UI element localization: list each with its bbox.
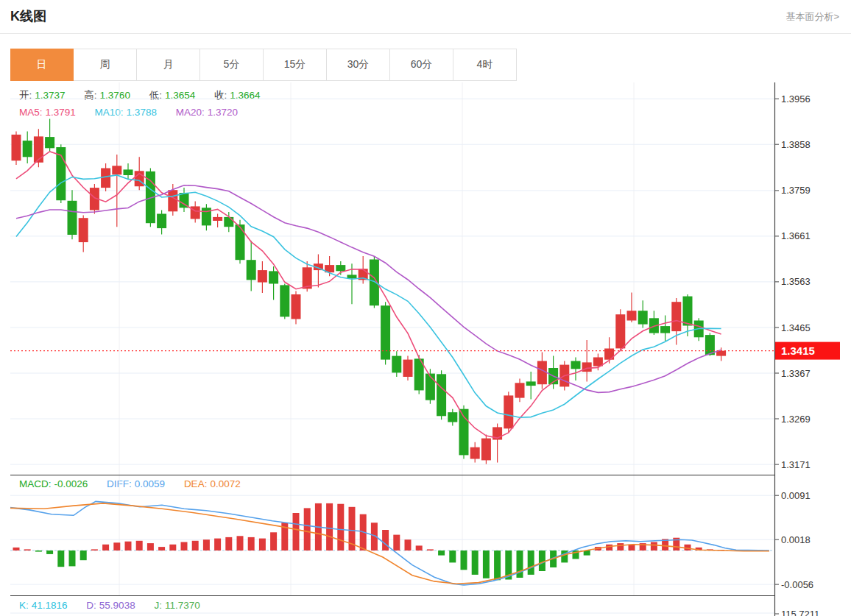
tab-4hour[interactable]: 4时 — [453, 49, 516, 80]
svg-text:1.3563: 1.3563 — [781, 276, 811, 287]
ma20-line — [16, 185, 721, 393]
ma5-line — [16, 152, 721, 438]
price-axis-ticks: 1.39561.38581.37591.36611.35631.34651.33… — [774, 93, 811, 470]
svg-text:0.0091: 0.0091 — [781, 490, 811, 501]
macd-axis-ticks: 0.00910.0018-0.0056 — [774, 490, 813, 590]
svg-text:1.3759: 1.3759 — [781, 185, 811, 196]
current-price-badge: 1.3415 — [775, 342, 840, 360]
fundamental-analysis-link[interactable]: 基本面分析> — [785, 10, 839, 24]
svg-text:-0.0056: -0.0056 — [781, 579, 813, 590]
tab-day[interactable]: 日 — [10, 49, 74, 81]
svg-text:1.3956: 1.3956 — [781, 93, 811, 105]
interval-tabbar: 日周月5分15分30分60分4时 — [10, 49, 517, 81]
svg-text:1.3415: 1.3415 — [781, 344, 815, 357]
pane-separators — [10, 475, 774, 596]
svg-text:1.3367: 1.3367 — [781, 368, 811, 379]
candlestick-series — [12, 118, 727, 464]
header-divider — [0, 33, 851, 34]
svg-text:1.3858: 1.3858 — [781, 139, 811, 150]
tab-5min[interactable]: 5分 — [200, 49, 264, 80]
svg-text:1.3171: 1.3171 — [781, 459, 811, 470]
tab-week[interactable]: 周 — [74, 49, 137, 80]
page-title: K线图 — [10, 7, 46, 25]
tab-60min[interactable]: 60分 — [390, 49, 453, 80]
tab-month[interactable]: 月 — [137, 49, 200, 80]
svg-text:0.0018: 0.0018 — [781, 534, 811, 545]
svg-text:115.7211: 115.7211 — [781, 609, 819, 616]
gridlines — [10, 82, 774, 613]
svg-text:1.3661: 1.3661 — [781, 230, 811, 241]
tab-30min[interactable]: 30分 — [327, 49, 390, 80]
kdj-axis-ticks: 115.7211 — [774, 609, 819, 616]
tab-15min[interactable]: 15分 — [264, 49, 327, 80]
ma10-line — [16, 175, 721, 417]
svg-text:1.3465: 1.3465 — [781, 322, 811, 333]
kline-chart-canvas[interactable]: 1.34151.39561.38581.37591.36611.35631.34… — [0, 81, 851, 616]
svg-text:1.3269: 1.3269 — [781, 414, 811, 425]
